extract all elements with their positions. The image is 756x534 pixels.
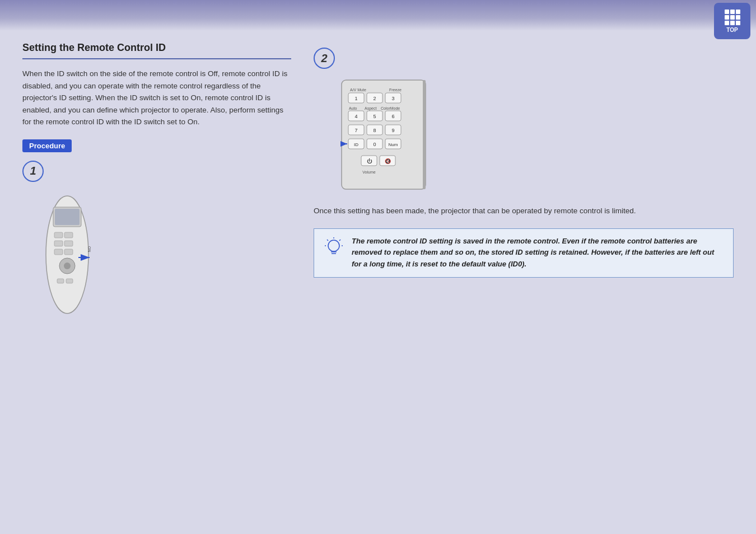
svg-text:Num: Num [389, 142, 398, 147]
info-box: The remote control ID setting is saved i… [314, 228, 734, 278]
svg-line-60 [327, 240, 328, 241]
svg-text:1: 1 [354, 96, 357, 101]
header-bar: TOP [0, 0, 756, 31]
top-label: TOP [726, 27, 738, 33]
svg-text:5: 5 [373, 114, 376, 119]
svg-rect-8 [64, 249, 73, 255]
grid-icon [725, 10, 740, 25]
svg-rect-4 [64, 232, 73, 238]
svg-text:A/V Mute: A/V Mute [350, 88, 366, 92]
svg-text:7: 7 [354, 128, 357, 133]
svg-rect-7 [54, 249, 63, 255]
svg-point-10 [64, 263, 71, 269]
svg-text:ColorMode: ColorMode [381, 106, 400, 110]
svg-rect-2 [55, 209, 80, 225]
right-column: 2 A/V Mute Freeze 1 2 3 Auto Aspect Colo… [314, 42, 734, 321]
svg-text:⏻: ⏻ [367, 158, 372, 164]
svg-text:Volume: Volume [362, 170, 375, 174]
lightbulb-icon [323, 237, 345, 263]
svg-text:0: 0 [373, 142, 376, 147]
svg-point-54 [328, 240, 339, 251]
description-text: When the ID switch on the side of the re… [22, 68, 291, 128]
svg-text:9: 9 [391, 128, 394, 133]
svg-text:2: 2 [373, 96, 376, 101]
svg-text:8: 8 [373, 128, 376, 133]
step-1-circle: 1 [22, 161, 44, 182]
svg-text:ID: ID [354, 142, 358, 147]
top-button[interactable]: TOP [714, 3, 750, 39]
procedure-badge: Procedure [22, 139, 72, 152]
info-text: The remote control ID setting is saved i… [352, 236, 725, 270]
svg-rect-5 [54, 241, 63, 246]
svg-rect-6 [64, 241, 73, 246]
svg-text:6: 6 [391, 114, 394, 119]
svg-rect-12 [66, 279, 73, 283]
main-content: Setting the Remote Control ID When the I… [0, 31, 756, 332]
svg-text:Freeze: Freeze [389, 88, 402, 92]
svg-text:Auto: Auto [349, 106, 357, 110]
svg-text:4: 4 [354, 114, 357, 119]
page-title: Setting the Remote Control ID [22, 42, 291, 59]
svg-text:3: 3 [391, 96, 394, 101]
remote-front-image: A/V Mute Freeze 1 2 3 Auto Aspect ColorM… [330, 77, 437, 195]
svg-rect-11 [57, 279, 64, 283]
once-text: Once this setting has been made, the pro… [314, 205, 734, 217]
svg-text:🔇: 🔇 [385, 158, 391, 165]
step-2-circle: 2 [314, 48, 335, 69]
svg-text:ON: ON [87, 246, 91, 252]
svg-line-58 [339, 240, 340, 241]
svg-text:Aspect: Aspect [365, 106, 376, 111]
remote-side-image: ON [22, 190, 112, 319]
svg-rect-3 [54, 232, 63, 238]
svg-rect-17 [423, 80, 426, 189]
left-column: Setting the Remote Control ID When the I… [22, 42, 291, 321]
